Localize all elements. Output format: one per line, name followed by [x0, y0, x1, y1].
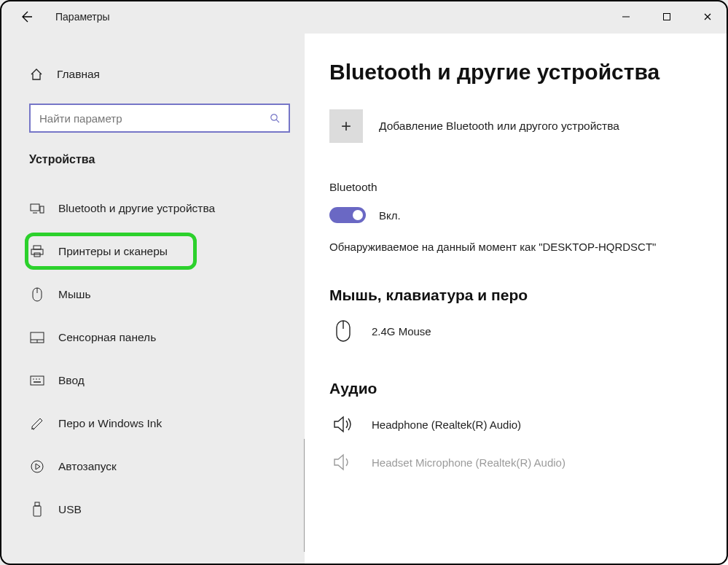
mouse-icon — [29, 287, 45, 303]
bluetooth-section-label: Bluetooth — [329, 181, 711, 194]
search-input[interactable] — [39, 112, 270, 125]
minimize-button[interactable] — [606, 1, 646, 33]
sidebar-item-label: Перо и Windows Ink — [58, 417, 162, 430]
arrow-left-icon — [19, 9, 34, 24]
svg-rect-8 — [31, 249, 43, 254]
svg-point-18 — [39, 378, 40, 380]
maximize-button[interactable] — [646, 1, 687, 33]
sidebar-item-touchpad[interactable]: Сенсорная панель — [0, 316, 291, 359]
bluetooth-toggle-state: Вкл. — [379, 209, 401, 222]
svg-line-3 — [276, 120, 279, 122]
svg-point-16 — [33, 378, 34, 380]
device-row[interactable]: Headphone (Realtek(R) Audio) — [329, 408, 711, 441]
home-label: Главная — [57, 68, 100, 81]
svg-rect-1 — [664, 14, 670, 20]
svg-rect-15 — [31, 376, 44, 385]
sidebar-item-typing[interactable]: Ввод — [0, 359, 291, 402]
main-content: Bluetooth и другие устройства + Добавлен… — [305, 34, 728, 565]
close-button[interactable] — [687, 1, 728, 33]
sidebar-item-label: Мышь — [58, 288, 91, 301]
svg-rect-5 — [40, 206, 44, 213]
sidebar-item-label: USB — [58, 503, 82, 516]
home-link[interactable]: Главная — [29, 61, 291, 87]
keyboard-icon — [29, 373, 45, 389]
sidebar-item-label: Автозапуск — [58, 460, 117, 473]
sidebar-item-usb[interactable]: USB — [0, 488, 291, 531]
speaker-icon — [329, 448, 357, 476]
sidebar-item-label: Принтеры и сканеры — [58, 245, 168, 258]
sidebar-item-mouse[interactable]: Мышь — [0, 273, 291, 316]
add-device-button[interactable]: + Добавление Bluetooth или другого устро… — [329, 109, 711, 143]
svg-point-20 — [31, 461, 43, 472]
add-device-label: Добавление Bluetooth или другого устройс… — [379, 120, 619, 133]
audio-section-heading: Аудио — [329, 380, 711, 397]
sidebar: Главная Устройства Bluetooth и другие ус… — [0, 34, 305, 565]
device-label: Headphone (Realtek(R) Audio) — [372, 418, 521, 431]
svg-point-2 — [271, 114, 277, 120]
svg-rect-7 — [34, 246, 41, 249]
svg-point-17 — [36, 378, 37, 380]
home-icon — [29, 67, 44, 82]
sidebar-item-printers[interactable]: Принтеры и сканеры — [0, 230, 291, 273]
printer-icon — [29, 243, 45, 260]
sidebar-item-label: Bluetooth и другие устройства — [58, 202, 215, 215]
svg-rect-22 — [34, 506, 41, 516]
device-row[interactable]: 2.4G Mouse — [329, 314, 711, 348]
sidebar-item-autoplay[interactable]: Автозапуск — [0, 445, 291, 488]
titlebar: Параметры — [0, 0, 728, 34]
back-button[interactable] — [10, 1, 42, 33]
autoplay-icon — [29, 459, 45, 475]
pen-icon — [29, 416, 45, 432]
sidebar-category: Устройства — [29, 153, 291, 166]
svg-rect-21 — [35, 502, 39, 506]
svg-rect-4 — [31, 204, 39, 211]
sidebar-nav: Bluetooth и другие устройства Принтеры и… — [0, 187, 291, 531]
touchpad-icon — [29, 330, 45, 346]
app-title: Параметры — [55, 11, 110, 23]
device-row[interactable]: Headset Microphone (Realtek(R) Audio) — [329, 445, 711, 479]
search-input-wrapper[interactable] — [29, 104, 290, 133]
sidebar-item-label: Сенсорная панель — [58, 331, 156, 344]
mouse-section-heading: Мышь, клавиатура и перо — [329, 287, 711, 304]
sidebar-divider — [304, 439, 305, 552]
usb-icon — [29, 502, 45, 518]
bluetooth-toggle[interactable] — [329, 207, 366, 223]
device-label: 2.4G Mouse — [372, 325, 431, 338]
discoverable-text: Обнаруживаемое на данный момент как "DES… — [329, 239, 665, 254]
mouse-icon — [329, 317, 357, 345]
sidebar-item-bluetooth[interactable]: Bluetooth и другие устройства — [0, 187, 291, 230]
search-icon — [270, 113, 280, 123]
speaker-icon — [329, 410, 357, 438]
sidebar-item-pen[interactable]: Перо и Windows Ink — [0, 402, 291, 445]
plus-icon: + — [329, 109, 363, 143]
page-title: Bluetooth и другие устройства — [329, 60, 711, 85]
device-label: Headset Microphone (Realtek(R) Audio) — [372, 456, 565, 469]
sidebar-item-label: Ввод — [58, 374, 85, 387]
devices-icon — [29, 200, 45, 217]
window-controls — [606, 1, 728, 33]
